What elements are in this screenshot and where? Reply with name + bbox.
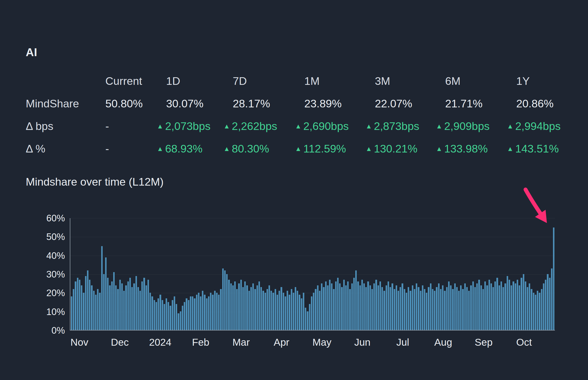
bar [149, 293, 151, 330]
bar [494, 282, 496, 330]
bar [525, 282, 526, 330]
bar [383, 291, 385, 330]
bar [541, 289, 542, 330]
bar [513, 282, 514, 330]
bar [331, 284, 333, 330]
bar [93, 291, 95, 330]
bar [260, 287, 262, 330]
up-triangle-icon: ▲ [507, 123, 515, 130]
delta-pct-1d-value: 68.93% [165, 142, 203, 155]
bar [361, 280, 363, 330]
bar [363, 284, 365, 330]
bar [295, 287, 296, 330]
bar [174, 296, 175, 330]
bar [111, 282, 113, 330]
bar [436, 287, 437, 330]
bar [214, 291, 215, 330]
bar [283, 293, 284, 330]
bar [246, 285, 248, 330]
bar [136, 276, 137, 330]
bar [422, 285, 423, 330]
bar [345, 285, 347, 330]
bar [377, 285, 379, 330]
bar [254, 289, 256, 330]
bar [440, 289, 442, 330]
bar [117, 289, 119, 330]
bar [272, 293, 274, 330]
bar [406, 293, 407, 330]
y-axis-tick-label: 60% [28, 212, 65, 225]
bar [180, 311, 181, 330]
bar [444, 291, 445, 330]
bar [129, 278, 131, 330]
bar [458, 291, 460, 330]
bar [394, 289, 395, 330]
bar [311, 296, 312, 330]
bar [236, 289, 238, 330]
x-axis-label: Apr [274, 337, 289, 348]
delta-pct-1m: ▲112.59% [304, 142, 375, 155]
x-axis-label: Mar [232, 337, 250, 348]
bar [250, 287, 252, 330]
bar [543, 284, 544, 330]
x-axis-label: Sep [475, 337, 493, 348]
bar [452, 289, 453, 330]
column-header-1y: 1Y [516, 75, 588, 88]
delta-pct-1m-value: 112.59% [303, 142, 346, 155]
bar [442, 285, 444, 330]
x-axis-label: Feb [192, 337, 210, 348]
bar [73, 289, 74, 330]
bar [386, 285, 387, 330]
bar [133, 284, 135, 330]
bar [414, 289, 415, 330]
table-row-mindshare: MindShare 50.80% 30.07% 28.17% 23.89% 22… [26, 93, 588, 115]
up-triangle-icon: ▲ [436, 145, 444, 153]
bar [265, 293, 266, 330]
up-triangle-icon: ▲ [366, 123, 374, 130]
bar [85, 276, 87, 330]
y-axis-tick-label: 0% [28, 324, 65, 337]
bar [279, 291, 280, 330]
plot-area [70, 218, 555, 330]
x-axis-label: May [312, 337, 331, 348]
bar [315, 289, 316, 330]
bar [147, 280, 149, 330]
bar [527, 287, 528, 330]
bar [420, 291, 421, 330]
bar [81, 285, 82, 330]
x-axis-label: Dec [111, 337, 129, 348]
bar [489, 280, 490, 330]
bar [268, 285, 270, 330]
x-axis-label: Jun [354, 337, 371, 348]
bar [486, 285, 488, 330]
bar [232, 285, 234, 330]
bar [249, 291, 250, 330]
up-triangle-icon: ▲ [366, 145, 374, 153]
bar [139, 291, 141, 330]
bar [303, 293, 304, 330]
bar [188, 300, 189, 330]
bar [375, 280, 377, 330]
bar [321, 284, 322, 330]
bar [373, 284, 375, 330]
bar [408, 287, 409, 330]
bar [323, 287, 324, 330]
bar [262, 291, 264, 330]
bar [355, 270, 357, 330]
bar [208, 296, 210, 330]
delta-bps-1m-value: 2,690bps [303, 120, 349, 133]
bar [509, 280, 510, 330]
bar [305, 308, 306, 330]
row-label-mindshare: MindShare [26, 97, 105, 110]
bar [224, 270, 226, 330]
bar [372, 289, 373, 330]
column-header-current: Current [105, 75, 166, 88]
bar [410, 291, 411, 330]
bar [535, 295, 536, 330]
y-axis-tick-label: 30% [28, 268, 65, 281]
bar [204, 295, 205, 330]
bar [539, 293, 540, 330]
bar [412, 285, 413, 330]
bar [206, 298, 208, 330]
bar [87, 270, 89, 330]
